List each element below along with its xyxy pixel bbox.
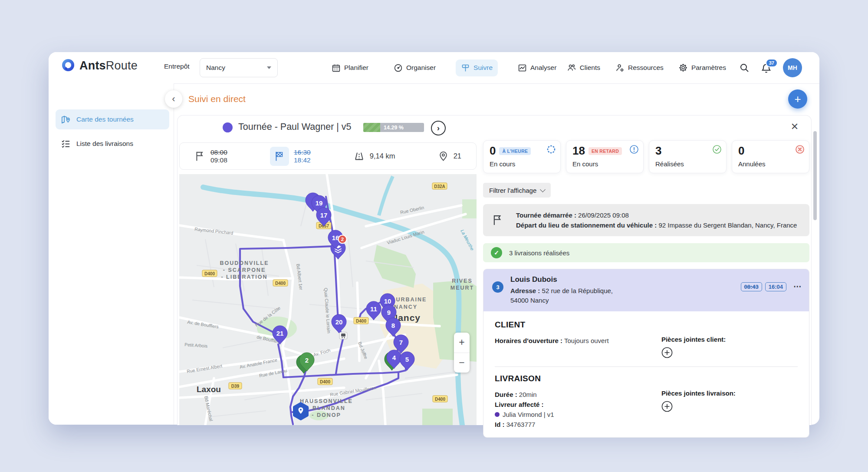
start-planned: 08:00 [210, 149, 227, 156]
road-badge: D39 [231, 384, 240, 389]
tour-open-button[interactable]: › [431, 121, 446, 135]
distance-value: 9,14 km [370, 152, 395, 160]
status-cards: 0À L'HEURE En cours 18EN RETARD En cours [483, 140, 809, 173]
finish-flag-icon [270, 147, 289, 166]
svg-text:17: 17 [320, 211, 328, 219]
nav-planifier-label: Planifier [344, 64, 368, 72]
area-label-scarpone: - SCARPONE [223, 267, 266, 273]
road-badge: D400 [204, 271, 215, 276]
flag-icon [492, 214, 504, 226]
status-count: 18 [572, 145, 585, 156]
hours-label: Horaires d'ouverture : [495, 337, 562, 344]
svg-text:11: 11 [370, 305, 377, 313]
antsroute-logo-icon [61, 58, 76, 73]
checklist-icon [61, 139, 71, 149]
time-chips: 08:43 16:04 [741, 282, 787, 291]
notifications-button[interactable]: 37 [761, 63, 772, 73]
search-icon [739, 63, 750, 73]
delivery-card-header[interactable]: 3 Louis Dubois Adresse : 52 rue de la Ré… [483, 269, 809, 311]
vehicle-marker[interactable] [294, 403, 307, 419]
tour-title: Tournée - Paul Wagner | v5 [238, 122, 352, 132]
navbar: AntsRoute Entrepôt Nancy Planifier [49, 52, 819, 84]
status-card-cancelled: 0 Annulées [732, 140, 809, 173]
tour-details-column: 0À L'HEURE En cours 18EN RETARD En cours [483, 140, 809, 438]
nav-planifier[interactable]: Planifier [326, 59, 374, 76]
more-options-button[interactable]: ⋯ [793, 281, 802, 291]
section-divider [495, 366, 798, 367]
nav-ressources[interactable]: Ressources [613, 60, 665, 75]
zoom-out-button[interactable]: − [454, 353, 470, 373]
client-attachments-label: Pièces jointes client: [661, 336, 726, 343]
gauge-icon [394, 63, 403, 73]
stat-stops: 21 [438, 151, 461, 162]
driver-label: Livreur affecté : [495, 401, 544, 408]
delivery-attachments-label: Pièces jointes livraison: [661, 389, 736, 397]
actual-time-chip: 16:04 [765, 282, 786, 291]
nav-analyser[interactable]: Analyser [513, 59, 562, 76]
cancel-circle-icon [795, 145, 805, 154]
pin-icon [438, 151, 449, 162]
duration-value: 20min [519, 391, 537, 398]
sidebar-item-label: Liste des livraisons [76, 140, 133, 148]
end-planned: 16:30 [294, 149, 311, 156]
road-badge: D400 [435, 397, 445, 402]
customer-name: Louis Dubois [510, 275, 613, 284]
train-station-icon [339, 332, 347, 339]
filter-display-button[interactable]: Filtrer l'affichage [483, 183, 551, 198]
started-value: 26/09/2025 09:08 [578, 211, 629, 219]
sidebar: Carte des tournées Liste des livraisons [49, 83, 174, 425]
map-svg: D32A D657 D400 D400 D400 D400 D39 D400 R… [179, 174, 477, 425]
svg-text:7: 7 [399, 339, 403, 346]
add-delivery-attachment-button[interactable] [661, 401, 673, 412]
nav-clients[interactable]: Clients [565, 60, 602, 75]
sidebar-item-liste-des-livraisons[interactable]: Liste des livraisons [56, 134, 169, 154]
area-label-donop: - DONOP [312, 412, 341, 418]
gear-icon [678, 63, 688, 73]
status-badge: EN RETARD [589, 147, 622, 155]
svg-text:9: 9 [387, 309, 391, 316]
tour-start-info: Tournée démarrée : 26/09/2025 09:08 Dépa… [483, 204, 809, 236]
delivery-id-label: Id : [495, 421, 505, 428]
deliveries-done-banner[interactable]: ✓ 3 livraisons réalisées [483, 243, 809, 262]
departure-label: Départ du lieu de stationnement du véhic… [516, 221, 657, 229]
add-button[interactable]: + [788, 89, 807, 109]
avatar[interactable]: MH [783, 58, 802, 77]
road-badge: D32A [434, 184, 445, 189]
sidebar-item-carte-des-tournees[interactable]: Carte des tournées [56, 109, 169, 129]
status-badge: À L'HEURE [499, 147, 531, 155]
search-button[interactable] [739, 63, 750, 73]
nav-suivre-label: Suivre [473, 64, 493, 72]
planned-time-chip: 08:43 [741, 282, 762, 291]
client-section-title: CLIENT [495, 320, 798, 330]
nav-organiser-label: Organiser [406, 64, 436, 72]
area-label-nancy-caps: NANCY [394, 304, 418, 310]
page-title: Suivi en direct [188, 94, 246, 104]
delivery-card-body: CLIENT Horaires d'ouverture : Toujours o… [483, 311, 809, 437]
nav-organiser[interactable]: Organiser [388, 59, 441, 76]
sidebar-item-label: Carte des tournées [76, 116, 134, 123]
nav-parametres-label: Paramètres [691, 64, 726, 72]
calendar-icon [332, 63, 341, 73]
map-canvas[interactable]: D32A D657 D400 D400 D400 D400 D39 D400 R… [179, 174, 477, 425]
stat-start-time: 08:00 09:08 [194, 149, 227, 164]
status-label: En cours [572, 160, 637, 168]
close-panel-button[interactable]: ✕ [787, 119, 802, 135]
back-button[interactable]: ‹ [165, 90, 182, 108]
status-card-late: 18EN RETARD En cours [566, 140, 644, 173]
warehouse-select[interactable]: Nancy [200, 58, 278, 77]
brand-logo[interactable]: AntsRoute [61, 58, 138, 73]
panel-scrollbar[interactable] [813, 131, 817, 220]
nav-suivre[interactable]: Suivre [456, 59, 498, 76]
area-label-haussonville: HAUSSONVILLE [300, 398, 353, 404]
app-window: AntsRoute Entrepôt Nancy Planifier [49, 52, 819, 425]
svg-text:8: 8 [391, 322, 395, 329]
nav-parametres[interactable]: Paramètres [677, 60, 728, 75]
svg-text:4: 4 [392, 354, 396, 361]
person-gear-icon [615, 63, 625, 73]
end-actual: 18:42 [294, 156, 311, 164]
status-card-ontime: 0À L'HEURE En cours [483, 140, 561, 173]
signpost-icon [461, 63, 470, 73]
add-client-attachment-button[interactable] [661, 347, 673, 358]
zoom-in-button[interactable]: + [454, 333, 470, 353]
stop-number-badge: 3 [492, 281, 503, 293]
